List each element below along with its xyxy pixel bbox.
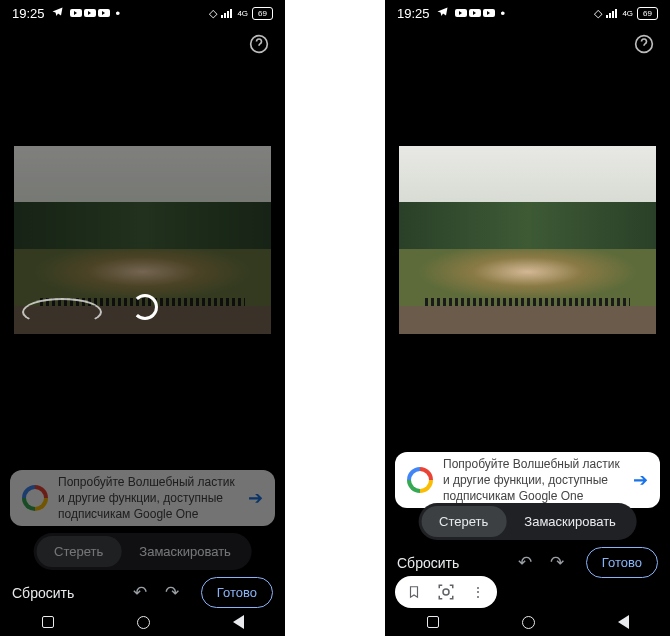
svg-rect-8 <box>615 9 617 18</box>
status-bar: 19:25 • ◇ 4G 69 <box>0 0 285 26</box>
battery-icon: 69 <box>637 7 658 20</box>
svg-point-10 <box>443 589 449 595</box>
photo-preview[interactable] <box>399 146 656 334</box>
status-time: 19:25 <box>12 6 45 21</box>
recents-icon[interactable] <box>427 616 439 628</box>
photo-preview[interactable] <box>14 146 271 334</box>
mode-toggle: Стереть Замаскировать <box>33 533 252 570</box>
undo-icon[interactable]: ↶ <box>518 552 532 573</box>
arrow-right-icon[interactable]: ➔ <box>633 468 648 492</box>
done-button[interactable]: Готово <box>201 577 273 608</box>
back-icon[interactable] <box>618 615 629 629</box>
bottom-actions: Сбросить ↶ ↷ Готово <box>0 577 285 608</box>
reset-button[interactable]: Сбросить <box>12 585 74 601</box>
location-icon: ◇ <box>594 7 602 20</box>
lens-toolbar: ⋮ <box>395 576 497 608</box>
arrow-right-icon[interactable]: ➔ <box>248 486 263 510</box>
bookmark-icon[interactable] <box>403 581 425 603</box>
erase-selection <box>22 298 102 326</box>
youtube-icon <box>70 9 82 17</box>
home-icon[interactable] <box>137 616 150 629</box>
done-button[interactable]: Готово <box>586 547 658 578</box>
lens-icon[interactable] <box>435 581 457 603</box>
bottom-actions: Сбросить ↶ ↷ Готово <box>385 547 670 578</box>
dot-icon: • <box>116 6 121 21</box>
recents-icon[interactable] <box>42 616 54 628</box>
svg-rect-1 <box>224 13 226 18</box>
android-nav <box>385 608 670 636</box>
svg-rect-5 <box>606 15 608 18</box>
home-icon[interactable] <box>522 616 535 629</box>
google-one-icon <box>407 467 433 493</box>
status-bar: 19:25 • ◇ 4G 69 <box>385 0 670 26</box>
undo-icon[interactable]: ↶ <box>133 582 147 603</box>
youtube-icon <box>98 9 110 17</box>
svg-rect-7 <box>612 11 614 18</box>
back-icon[interactable] <box>233 615 244 629</box>
redo-icon[interactable]: ↷ <box>550 552 564 573</box>
promo-text: Попробуйте Волшебный ластик и другие фун… <box>58 474 238 523</box>
phone-right-result: 19:25 • ◇ 4G 69 <box>385 0 670 636</box>
net-label: 4G <box>622 9 633 18</box>
help-icon[interactable] <box>249 34 269 58</box>
status-time: 19:25 <box>397 6 430 21</box>
help-icon[interactable] <box>634 34 654 58</box>
youtube-icon <box>84 9 96 17</box>
svg-rect-3 <box>230 9 232 18</box>
svg-rect-0 <box>221 15 223 18</box>
svg-rect-6 <box>609 13 611 18</box>
signal-icon <box>606 6 618 21</box>
battery-icon: 69 <box>252 7 273 20</box>
youtube-icon <box>483 9 495 17</box>
redo-icon[interactable]: ↷ <box>165 582 179 603</box>
mode-toggle: Стереть Замаскировать <box>418 503 637 540</box>
mask-tab[interactable]: Замаскировать <box>121 536 249 567</box>
phone-left-loading: 19:25 • ◇ 4G 69 <box>0 0 285 636</box>
svg-rect-2 <box>227 11 229 18</box>
signal-icon <box>221 6 233 21</box>
promo-text: Попробуйте Волшебный ластик и другие фун… <box>443 456 623 505</box>
dot-icon: • <box>501 6 506 21</box>
telegram-icon <box>51 6 64 21</box>
reset-button[interactable]: Сбросить <box>397 555 459 571</box>
more-icon[interactable]: ⋮ <box>467 581 489 603</box>
mask-tab[interactable]: Замаскировать <box>506 506 634 537</box>
erase-tab[interactable]: Стереть <box>421 506 506 537</box>
android-nav <box>0 608 285 636</box>
erase-tab[interactable]: Стереть <box>36 536 121 567</box>
youtube-icon <box>469 9 481 17</box>
promo-card[interactable]: Попробуйте Волшебный ластик и другие фун… <box>10 470 275 526</box>
telegram-icon <box>436 6 449 21</box>
net-label: 4G <box>237 9 248 18</box>
youtube-icon <box>455 9 467 17</box>
google-one-icon <box>22 485 48 511</box>
location-icon: ◇ <box>209 7 217 20</box>
promo-card[interactable]: Попробуйте Волшебный ластик и другие фун… <box>395 452 660 508</box>
